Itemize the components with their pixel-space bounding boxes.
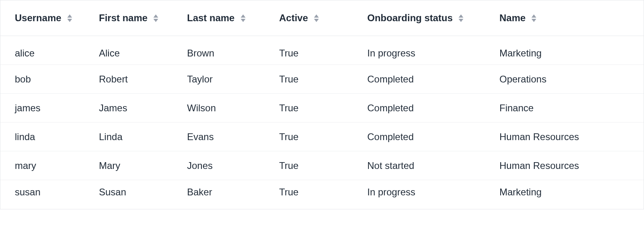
- table-row[interactable]: alice Alice Brown True In progress Marke…: [0, 36, 644, 65]
- cell-last-name: Evans: [173, 123, 265, 151]
- sort-icon: [67, 14, 72, 22]
- users-table: Username First name: [0, 0, 644, 209]
- column-header-label: Active: [279, 12, 308, 24]
- users-table-container: Username First name: [0, 0, 644, 209]
- cell-onboarding: Completed: [353, 65, 485, 94]
- cell-first-name: James: [85, 94, 173, 123]
- cell-onboarding: Completed: [353, 123, 485, 151]
- cell-last-name: Taylor: [173, 65, 265, 94]
- cell-name: Human Resources: [485, 151, 644, 180]
- column-header-first-name[interactable]: First name: [85, 0, 173, 36]
- cell-last-name: Jones: [173, 151, 265, 180]
- sort-icon: [314, 14, 319, 22]
- cell-first-name: Susan: [85, 180, 173, 209]
- table-body: alice Alice Brown True In progress Marke…: [0, 36, 644, 209]
- cell-active: True: [265, 36, 353, 65]
- cell-last-name: Wilson: [173, 94, 265, 123]
- cell-onboarding: Not started: [353, 151, 485, 180]
- cell-username: linda: [0, 123, 85, 151]
- cell-active: True: [265, 151, 353, 180]
- cell-active: True: [265, 180, 353, 209]
- cell-first-name: Mary: [85, 151, 173, 180]
- cell-name: Finance: [485, 94, 644, 123]
- cell-name: Human Resources: [485, 123, 644, 151]
- cell-name: Marketing: [485, 36, 644, 65]
- column-header-username[interactable]: Username: [0, 0, 85, 36]
- column-header-onboarding-status[interactable]: Onboarding status: [353, 0, 485, 36]
- column-header-label: Onboarding status: [367, 12, 453, 24]
- column-header-label: First name: [99, 12, 147, 24]
- table-row[interactable]: james James Wilson True Completed Financ…: [0, 94, 644, 123]
- column-header-label: Last name: [187, 12, 235, 24]
- cell-last-name: Baker: [173, 180, 265, 209]
- cell-username: mary: [0, 151, 85, 180]
- cell-username: susan: [0, 180, 85, 209]
- table-row[interactable]: bob Robert Taylor True Completed Operati…: [0, 65, 644, 94]
- cell-first-name: Linda: [85, 123, 173, 151]
- cell-last-name: Brown: [173, 36, 265, 65]
- cell-username: alice: [0, 36, 85, 65]
- sort-icon: [153, 14, 159, 22]
- table-header-row: Username First name: [0, 0, 644, 36]
- cell-onboarding: Completed: [353, 94, 485, 123]
- column-header-label: Name: [499, 12, 525, 24]
- column-header-active[interactable]: Active: [265, 0, 353, 36]
- sort-icon: [240, 14, 246, 22]
- cell-username: james: [0, 94, 85, 123]
- table-row[interactable]: linda Linda Evans True Completed Human R…: [0, 123, 644, 151]
- column-header-name[interactable]: Name: [485, 0, 644, 36]
- cell-active: True: [265, 65, 353, 94]
- cell-active: True: [265, 94, 353, 123]
- cell-active: True: [265, 123, 353, 151]
- column-header-last-name[interactable]: Last name: [173, 0, 265, 36]
- table-row[interactable]: susan Susan Baker True In progress Marke…: [0, 180, 644, 209]
- cell-name: Operations: [485, 65, 644, 94]
- sort-icon: [458, 14, 464, 22]
- cell-onboarding: In progress: [353, 36, 485, 65]
- cell-first-name: Alice: [85, 36, 173, 65]
- cell-onboarding: In progress: [353, 180, 485, 209]
- table-row[interactable]: mary Mary Jones True Not started Human R…: [0, 151, 644, 180]
- cell-first-name: Robert: [85, 65, 173, 94]
- sort-icon: [531, 14, 537, 22]
- cell-username: bob: [0, 65, 85, 94]
- cell-name: Marketing: [485, 180, 644, 209]
- column-header-label: Username: [15, 12, 61, 24]
